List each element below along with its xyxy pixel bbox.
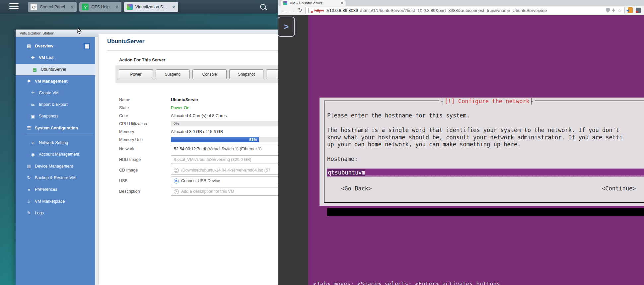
- browser-toolbar: ← → ↻ ✕ https ://10.0.8.89:8089 /html5/1…: [278, 6, 644, 15]
- qts-tab-label: Control Panel: [40, 5, 65, 9]
- field-value: Add a description for this VM: [181, 189, 234, 194]
- hostname-input[interactable]: qtsubuntuvm_____________________________…: [327, 169, 644, 177]
- sidebar-item-label: Device Management: [35, 164, 73, 169]
- section-title: Action For This Server: [119, 57, 165, 62]
- installer-keys-help: <Tab> moves; <Space> selects; <Enter> ac…: [313, 281, 500, 285]
- page-title: UbuntuServer: [107, 38, 144, 45]
- vnc-controlbar-toggle[interactable]: >: [278, 17, 295, 37]
- sidebar-item-preferences[interactable]: ≡Preferences: [16, 184, 95, 195]
- sidebar-item-label: Preferences: [35, 187, 57, 192]
- eject-icon: [174, 178, 179, 183]
- hostname-value: qtsubuntuvm: [328, 169, 365, 176]
- sidebar-item-vm-management[interactable]: ❖VM Management: [16, 75, 95, 87]
- search-icon[interactable]: [260, 4, 266, 10]
- input-fill: ________________________________________…: [369, 169, 644, 176]
- back-icon[interactable]: ←: [281, 8, 287, 13]
- hostname-label: Hostname:: [327, 156, 358, 162]
- text-cursor: _: [365, 169, 369, 176]
- sidebar-item-label: Create VM: [39, 91, 59, 95]
- qts-open-app-tabs: ⚙Control Panel×?QTS Help×Virtualization …: [28, 2, 178, 12]
- dashboard-view-icon[interactable]: ▦: [84, 43, 90, 49]
- sidebar-item-label: VM Management: [35, 79, 68, 84]
- browser-window: VM - UbuntuServer × ← → ↻ ✕ https ://10.…: [278, 0, 644, 285]
- detail-label-usb: USB: [119, 178, 171, 183]
- vm-grid-icon: ▦: [32, 67, 38, 72]
- address-bar[interactable]: ✕ https ://10.0.8.89:8089 /html5/1/Ubunt…: [305, 7, 625, 14]
- field-value: /Local_VMs/UbuntuServer.img (320.0 GB): [174, 157, 251, 162]
- field-value: Connect USB Device: [181, 178, 220, 183]
- logs-icon: ✎: [26, 210, 32, 215]
- vm-framebuffer[interactable]: ┤[!] Configure the network├ Please enter…: [308, 15, 644, 285]
- sidebar-item-system-configuration[interactable]: ☰System Configuration: [16, 122, 95, 134]
- forward-icon[interactable]: →: [290, 8, 295, 13]
- main-menu-icon[interactable]: [9, 3, 19, 10]
- detail-label-state: State: [119, 106, 171, 110]
- detail-label-cpu-utilization: CPU Utilization: [119, 121, 171, 126]
- sidebar: ▤Overview▦✚VM List▦UbuntuServer❖VM Manag…: [16, 37, 95, 285]
- bookmark-star-icon[interactable]: ☆: [617, 8, 622, 13]
- sidebar-item-vm-marketplace[interactable]: ⌂VM Marketplace: [16, 195, 95, 207]
- insecure-page-icon[interactable]: ✕: [308, 8, 312, 13]
- detail-label-cd-image: CD Image: [119, 168, 171, 173]
- eject-icon: [174, 168, 179, 173]
- sidebar-item-label: Import & Export: [39, 102, 68, 107]
- sidebar-item-label: Account Management: [39, 152, 79, 157]
- continue-button[interactable]: <Continue>: [602, 185, 636, 192]
- go-back-button[interactable]: <Go Back>: [341, 185, 372, 192]
- qts-tab-label: QTS Help: [91, 5, 109, 9]
- qts-tab-qts-help[interactable]: ?QTS Help×: [79, 2, 121, 12]
- help-icon: ?: [82, 4, 89, 10]
- vnc-viewport: > ┤[!] Configure the network├ Please ent…: [278, 15, 644, 285]
- tab-close-icon[interactable]: ×: [341, 1, 343, 5]
- gear-icon: ⚙: [31, 4, 37, 10]
- sidebar-item-label: VM Marketplace: [35, 199, 65, 204]
- sidebar-item-network-setting[interactable]: ≋Network Setting: [16, 137, 95, 148]
- desktop: ⚙Control Panel×?QTS Help×Virtualization …: [0, 0, 644, 285]
- sidebar-item-label: Backup & Restore VM: [35, 176, 76, 180]
- sidebar-item-label: Snapshots: [39, 114, 58, 118]
- power-button[interactable]: Power: [119, 69, 153, 79]
- console-button[interactable]: Console: [192, 69, 227, 79]
- sidebar-item-ubuntuserver[interactable]: ▦UbuntuServer: [16, 64, 95, 75]
- dialog-prompt: Please enter the hostname for this syste…: [327, 112, 470, 119]
- sidebar-item-label: VM List: [39, 55, 53, 60]
- sidebar-item-import-export[interactable]: ⇆Import & Export: [16, 99, 95, 110]
- tab-close-icon[interactable]: ×: [71, 5, 74, 10]
- qts-tab-virtualization-s-[interactable]: Virtualization S...×: [124, 2, 178, 12]
- url-host: ://10.0.8.89:8089: [326, 8, 358, 13]
- sidebar-item-label: Overview: [35, 44, 53, 48]
- system-configuration-icon: ☰: [26, 125, 32, 130]
- sidebar-item-overview[interactable]: ▤Overview▦: [16, 40, 95, 52]
- detail-label-name: Name: [119, 98, 171, 102]
- qts-tab-label: Virtualization S...: [135, 5, 167, 9]
- tab-close-icon[interactable]: ×: [172, 5, 175, 10]
- sidebar-item-snapshots[interactable]: ▣Snapshots: [16, 110, 95, 122]
- reload-icon[interactable]: ↻: [298, 8, 302, 13]
- suspend-button[interactable]: Suspend: [156, 69, 190, 79]
- account-management-icon: ◉: [30, 152, 36, 157]
- backup-restore-icon: ↻: [26, 175, 32, 180]
- qts-tab-control-panel[interactable]: ⚙Control Panel×: [28, 2, 77, 12]
- sidebar-item-create-vm[interactable]: ✛Create VM: [16, 87, 95, 99]
- extension-icon-1[interactable]: [628, 7, 633, 13]
- sidebar-item-device-management[interactable]: ▥Device Management: [16, 160, 95, 172]
- browser-tab[interactable]: VM - UbuntuServer ×: [281, 0, 346, 6]
- sidebar-item-logs[interactable]: ✎Logs: [16, 207, 95, 219]
- detail-value-state: Power On: [171, 106, 189, 110]
- browser-tab-title: VM - UbuntuServer: [290, 1, 338, 5]
- sidebar-item-backup-restore-vm[interactable]: ↻Backup & Restore VM: [16, 172, 95, 183]
- extension-icon-2[interactable]: [636, 8, 641, 13]
- vm-marketplace-icon: ⌂: [26, 199, 32, 204]
- lightning-icon[interactable]: [612, 8, 615, 13]
- tab-close-icon[interactable]: ×: [115, 5, 118, 10]
- shield-icon[interactable]: [606, 8, 610, 13]
- sidebar-item-vm-list[interactable]: ✚VM List: [16, 52, 95, 63]
- snapshot-button[interactable]: Snapshot: [229, 69, 263, 79]
- snapshots-icon: ▣: [30, 114, 36, 119]
- url-scheme: https: [314, 8, 323, 13]
- progress-label: 0%: [174, 121, 179, 125]
- detail-value-memory: Allocated 8.0 GB of 15.6 GB: [171, 129, 223, 134]
- device-management-icon: ▥: [26, 164, 32, 169]
- sidebar-item-account-management[interactable]: ◉Account Management: [16, 149, 95, 160]
- detail-label-memory: Memory: [119, 129, 171, 134]
